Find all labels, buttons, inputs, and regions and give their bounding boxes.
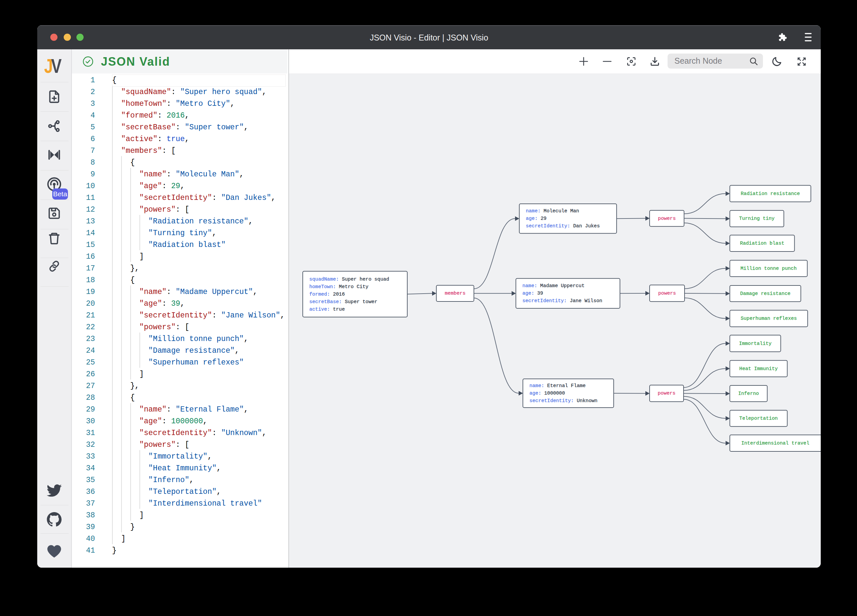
svg-text:Immortality: Immortality xyxy=(739,341,772,347)
svg-text:members: members xyxy=(445,290,466,296)
svg-text:Teleportation: Teleportation xyxy=(739,415,778,421)
svg-text:powers: powers xyxy=(658,215,676,221)
svg-text:Radiation resistance: Radiation resistance xyxy=(741,191,800,197)
svg-text:secretIdentity: Jane Wilson: secretIdentity: Jane Wilson xyxy=(523,298,603,304)
svg-text:name: Madame Uppercut: name: Madame Uppercut xyxy=(523,283,585,289)
svg-text:Heat Immunity: Heat Immunity xyxy=(739,366,778,372)
svg-text:Damage resistance: Damage resistance xyxy=(740,291,790,297)
svg-text:squadName: Super hero squad: squadName: Super hero squad xyxy=(309,276,389,282)
svg-text:powers: powers xyxy=(658,290,676,296)
svg-text:secretIdentity: Dan Jukes: secretIdentity: Dan Jukes xyxy=(526,223,600,229)
svg-text:active: true: active: true xyxy=(309,306,345,312)
svg-text:secretIdentity: Unknown: secretIdentity: Unknown xyxy=(529,398,597,404)
svg-text:Interdimensional travel: Interdimensional travel xyxy=(741,440,809,446)
svg-text:secretBase: Super tower: secretBase: Super tower xyxy=(309,299,377,305)
svg-text:age: 39: age: 39 xyxy=(523,290,543,296)
svg-text:Inferno: Inferno xyxy=(738,391,759,396)
svg-text:Million tonne punch: Million tonne punch xyxy=(740,266,797,271)
svg-text:name: Eternal Flame: name: Eternal Flame xyxy=(529,383,586,388)
svg-text:age: 1000000: age: 1000000 xyxy=(529,390,565,396)
svg-text:Turning tiny: Turning tiny xyxy=(739,215,775,221)
svg-text:Superhuman reflexes: Superhuman reflexes xyxy=(741,316,797,321)
svg-text:name: Molecule Man: name: Molecule Man xyxy=(526,208,579,214)
svg-text:age: 29: age: 29 xyxy=(526,215,546,221)
svg-text:powers: powers xyxy=(658,390,675,396)
svg-text:Radiation blast: Radiation blast xyxy=(740,240,784,246)
svg-text:homeTown: Metro City: homeTown: Metro City xyxy=(309,284,368,290)
svg-text:formed: 2016: formed: 2016 xyxy=(309,291,345,297)
